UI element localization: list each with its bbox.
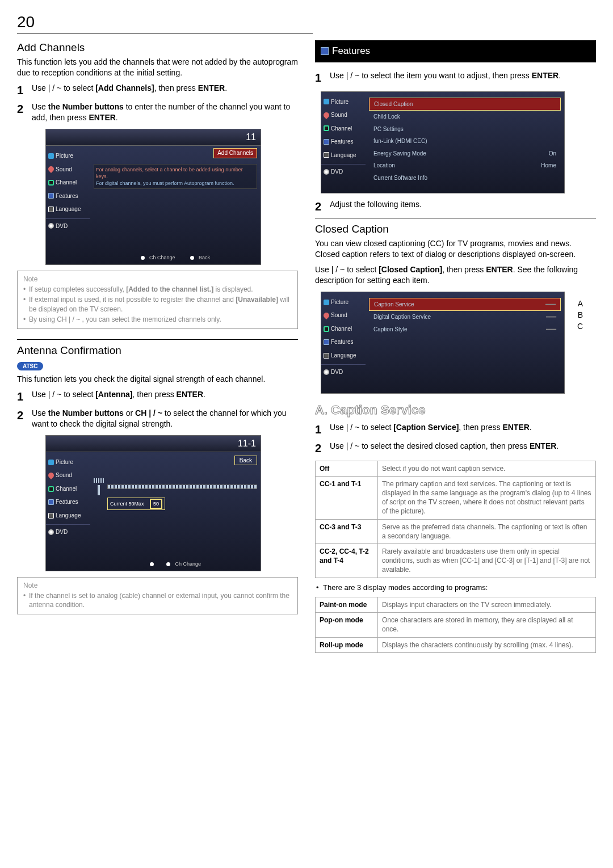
arrows-icon [150, 562, 154, 566]
side-language: Language [46, 509, 90, 523]
osd-closed-caption: Picture Sound Channel Features Language … [321, 292, 565, 394]
addch-step-1: 1 Use | / ~ to select [Add Channels], th… [17, 83, 298, 98]
antenna-icon [94, 478, 104, 495]
sound-icon [322, 111, 330, 119]
dvd-icon [324, 169, 329, 175]
channel-icon [48, 180, 54, 186]
text-bold: ENTER [530, 441, 556, 450]
add-channels-intro: This function lets you add the channels … [17, 57, 298, 78]
antenna-intro: This function lets you check the digital… [17, 374, 298, 385]
feature-item: Closed Caption [369, 98, 561, 111]
step-number: 2 [17, 102, 26, 117]
text: Use | / ~ to select [330, 423, 393, 432]
side-label: DVD [331, 168, 343, 176]
side-sound: Sound [321, 108, 366, 122]
step-number: 2 [315, 441, 324, 456]
dvd-icon [48, 529, 54, 535]
features-icon [48, 193, 54, 199]
table-row: Paint-on modeDisplays input characters o… [316, 597, 596, 613]
side-label: Language [56, 205, 81, 213]
step-number: 1 [17, 83, 26, 98]
feature-item: LocationHome [369, 159, 561, 172]
grid-icon [166, 562, 170, 566]
text: Use | / ~ to select the item you want to… [330, 71, 532, 80]
caption-service-step-2: 2 Use | / ~ to select the desired closed… [315, 441, 596, 456]
text-bold: [Antenna] [95, 390, 132, 399]
footer-label: Back [199, 255, 210, 260]
text: . [225, 83, 227, 92]
side-label: Features [56, 498, 78, 506]
table-row: CC-1 and T-1The primary caption and text… [316, 476, 596, 519]
signal-bars [107, 484, 257, 489]
feature-item: Current Software Info [369, 172, 561, 184]
osd-channel-display: 11 [45, 129, 261, 146]
step-number: 1 [315, 422, 324, 437]
closed-caption-heading: Closed Caption [315, 218, 596, 237]
osd-side-menu: Picture Sound Channel Features Language … [321, 92, 366, 193]
osd-add-channels: 11 Picture Sound Channel Features Langua… [45, 129, 261, 265]
cc-item: Caption Service━━━ [369, 298, 561, 311]
text-bold: ENTER [198, 83, 225, 92]
atsc-badge: ATSC [17, 362, 43, 371]
side-label: Picture [56, 152, 73, 160]
help-line: For analog channels, select a channel to… [96, 166, 255, 180]
callout-a: A [578, 298, 583, 309]
side-channel: Channel [46, 176, 90, 189]
features-title-bar: Features [315, 40, 596, 62]
feature-item: Energy Saving ModeOn [369, 148, 561, 160]
osd-help-text: For analog channels, select a channel to… [94, 164, 257, 189]
step-number: 2 [17, 408, 26, 423]
note-box-addch: Note If setup completes successfully, [A… [17, 271, 298, 329]
note-item: If setup completes successfully, [Added … [23, 285, 292, 294]
text: Adjust the following items. [330, 199, 422, 210]
feature-item: PC Settings [369, 123, 561, 136]
channel-icon [324, 125, 329, 131]
note-box-antenna: Note If the channel is set to analog (ca… [17, 577, 298, 615]
features-list: Closed CaptionChild LockPC Settingsfun-L… [369, 98, 561, 184]
features-step-1: 1 Use | / ~ to select the item you want … [315, 70, 596, 86]
side-sound: Sound [46, 469, 90, 482]
table-row: CC-3 and T-3Serve as the preferred data … [316, 519, 596, 543]
current-label: Current 50Max [110, 501, 144, 507]
note-item: If external input is used, it is not pos… [23, 295, 292, 313]
sound-icon [47, 165, 55, 173]
features-icon [321, 47, 329, 55]
side-label: Language [331, 352, 356, 360]
sound-icon [47, 471, 55, 479]
side-label: DVD [56, 528, 68, 536]
step-number: 1 [315, 70, 324, 86]
side-picture: Picture [46, 456, 90, 469]
text: or [124, 408, 135, 418]
text-bold: [Caption Service] [393, 423, 459, 432]
side-features: Features [46, 495, 90, 509]
features-bar-label: Features [332, 45, 370, 58]
side-label: Sound [331, 311, 347, 319]
text-bold: ENTER [532, 71, 559, 80]
text-bold: ENTER [89, 113, 115, 122]
callout-c: C [577, 321, 583, 332]
features-icon [48, 499, 54, 505]
side-label: Channel [56, 485, 77, 493]
side-label: Features [56, 192, 78, 200]
side-dvd: DVD [321, 164, 366, 179]
osd-footer: Ch Change Back [90, 254, 261, 261]
cc-option-list: Caption Service━━━Digital Caption Servic… [369, 298, 561, 336]
add-channels-heading: Add Channels [17, 40, 298, 55]
text-bold: ENTER [502, 423, 529, 432]
step-number: 1 [17, 389, 26, 404]
features-icon [324, 139, 329, 145]
page-number: 20 [17, 11, 313, 33]
step-number: 2 [315, 199, 324, 214]
closed-caption-use: Use | / ~ to select [Closed Caption], th… [315, 264, 596, 286]
side-label: Picture [331, 98, 349, 106]
side-language: Language [321, 149, 366, 162]
side-label: Picture [56, 458, 73, 466]
grid-icon [141, 256, 145, 260]
help-line: For digital channels, you must perform A… [96, 180, 255, 187]
side-sound: Sound [321, 309, 366, 322]
side-picture: Picture [46, 149, 90, 163]
text-bold: ENTER [177, 390, 203, 399]
osd-channel-display: 11-1 [45, 435, 261, 452]
side-channel: Channel [321, 122, 366, 136]
side-dvd: DVD [46, 218, 90, 233]
